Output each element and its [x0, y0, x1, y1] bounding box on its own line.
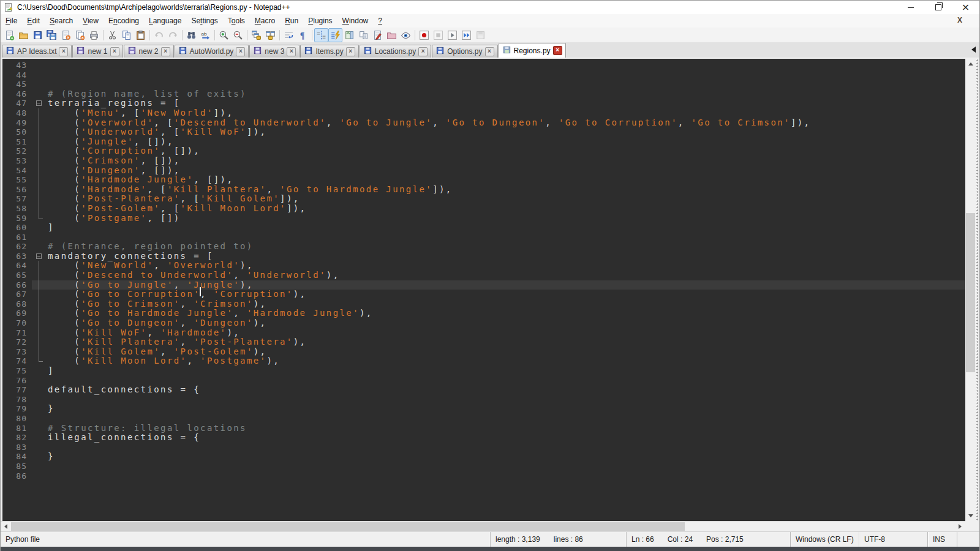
code-text[interactable]: ('Descend to Underworld', 'Underworld'),: [48, 271, 965, 280]
code-text[interactable]: ('Corruption', []),: [48, 146, 965, 156]
tab-close-icon[interactable]: ×: [287, 47, 296, 56]
tab-new-1[interactable]: new 1×: [72, 45, 123, 58]
tab-scroll-left-icon[interactable]: [971, 47, 976, 53]
status-insert-mode[interactable]: INS: [927, 532, 957, 547]
macro-play-icon[interactable]: [445, 28, 459, 42]
tab-ap-ideas-txt[interactable]: AP Ideas.txt×: [2, 45, 72, 58]
code-text[interactable]: }: [48, 404, 965, 414]
document-map-icon[interactable]: [342, 28, 356, 42]
tab-new-2[interactable]: new 2×: [124, 45, 174, 58]
close-window-icon[interactable]: ×: [952, 1, 979, 14]
tab-close-icon[interactable]: ×: [485, 47, 494, 56]
code-text[interactable]: [48, 443, 965, 452]
status-eol-format[interactable]: Windows (CR LF): [790, 532, 859, 547]
code-text[interactable]: ('Post-Golem', ['Kill Moon Lord']),: [48, 204, 965, 214]
monitoring-icon[interactable]: [399, 28, 413, 42]
vertical-scrollbar[interactable]: [965, 59, 976, 521]
code-text[interactable]: [48, 376, 965, 386]
menu-plugins[interactable]: Plugins: [303, 15, 337, 27]
fold-collapse-icon[interactable]: [32, 99, 48, 108]
scroll-left-icon[interactable]: [1, 522, 11, 531]
code-text[interactable]: ('New World', 'Overworld'),: [48, 261, 965, 271]
scroll-right-icon[interactable]: [955, 522, 965, 531]
code-text[interactable]: ]: [48, 366, 965, 376]
folder-workspace-icon[interactable]: [385, 28, 399, 42]
tab-close-icon[interactable]: ×: [553, 46, 562, 55]
code-text[interactable]: [48, 462, 965, 471]
status-encoding[interactable]: UTF-8: [859, 532, 927, 547]
menu-window[interactable]: Window: [337, 15, 374, 27]
code-text[interactable]: ('Underworld', ['Kill WoF']),: [48, 127, 965, 137]
code-text[interactable]: ('Kill Plantera', 'Post-Plantera'),: [48, 337, 965, 347]
code-text[interactable]: # (Entrance, region pointed to): [48, 242, 965, 252]
code-text[interactable]: ('Kill WoF', 'Hardmode'),: [48, 328, 965, 338]
code-text[interactable]: terraria_regions = [: [48, 99, 965, 108]
macro-stop-icon[interactable]: [431, 28, 445, 42]
show-all-characters-icon[interactable]: ¶: [296, 28, 310, 42]
code-text[interactable]: ('Kill Golem', 'Post-Golem'),: [48, 347, 965, 357]
restore-icon[interactable]: [924, 1, 952, 14]
code-text[interactable]: ('Jungle', []),: [48, 137, 965, 147]
macro-save-icon[interactable]: [473, 28, 488, 42]
code-text[interactable]: ('Postgame', []): [48, 214, 965, 223]
tab-close-icon[interactable]: ×: [59, 47, 68, 56]
menu-edit[interactable]: Edit: [22, 15, 45, 27]
scroll-down-icon[interactable]: [965, 511, 976, 521]
macro-record-icon[interactable]: [417, 28, 431, 42]
code-text[interactable]: [48, 70, 965, 80]
minimize-icon[interactable]: [897, 1, 924, 14]
code-text[interactable]: default_connections = {: [48, 385, 965, 395]
vertical-scroll-thumb[interactable]: [966, 213, 975, 372]
title-bar[interactable]: C:\Users\Dood\Documents\tmp\Archipelago\…: [1, 1, 979, 14]
save-icon[interactable]: [31, 28, 45, 42]
undo-icon[interactable]: [152, 28, 166, 42]
new-file-icon[interactable]: [2, 28, 17, 42]
function-list-icon[interactable]: [328, 28, 342, 42]
indent-guide-icon[interactable]: [314, 28, 328, 42]
tab-new-3[interactable]: new 3×: [249, 45, 300, 58]
paste-icon[interactable]: [134, 28, 148, 42]
code-text[interactable]: ('Kill Moon Lord', 'Postgame'),: [48, 356, 965, 366]
redo-icon[interactable]: [166, 28, 180, 42]
vertical-scroll-track[interactable]: [965, 69, 976, 511]
code-text[interactable]: [48, 61, 965, 70]
horizontal-scrollbar[interactable]: [1, 521, 965, 531]
tab-items-py[interactable]: Items.py×: [300, 45, 358, 58]
close-all-icon[interactable]: [73, 28, 87, 42]
menu-encoding[interactable]: Encoding: [104, 15, 144, 27]
menu-help[interactable]: ?: [373, 15, 387, 27]
tab-locations-py[interactable]: Locations.py×: [360, 45, 431, 58]
code-text[interactable]: ('Post-Plantera', ['Kill Golem']),: [48, 194, 965, 204]
open-file-icon[interactable]: [17, 28, 31, 42]
code-text[interactable]: }: [48, 452, 965, 462]
code-text[interactable]: ('Go to Hardmode Jungle', 'Hardmode Jung…: [48, 309, 965, 318]
horizontal-scroll-track[interactable]: [11, 522, 955, 531]
menu-settings[interactable]: Settings: [186, 15, 222, 27]
code-text[interactable]: [48, 414, 965, 424]
code-text[interactable]: ('Menu', ['New World']),: [48, 108, 965, 118]
code-text[interactable]: [48, 395, 965, 405]
find-icon[interactable]: [184, 28, 198, 42]
tab-close-icon[interactable]: ×: [418, 47, 428, 56]
zoom-in-icon[interactable]: [217, 28, 231, 42]
sync-vertical-icon[interactable]: [249, 28, 263, 42]
statusbar-resize-grip[interactable]: [957, 532, 979, 547]
code-area[interactable]: 43444546# (Region name, list of exits)47…: [2, 59, 965, 521]
define-language-icon[interactable]: [371, 28, 385, 42]
code-text[interactable]: [48, 233, 965, 242]
tab-close-icon[interactable]: ×: [161, 47, 170, 56]
code-text[interactable]: illegal_connections = {: [48, 433, 965, 443]
macro-run-multiple-icon[interactable]: [459, 28, 473, 42]
code-text[interactable]: # (Region name, list of exits): [48, 89, 965, 99]
menu-language[interactable]: Language: [144, 15, 186, 27]
code-text[interactable]: ('Dungeon', []),: [48, 166, 965, 176]
print-icon[interactable]: [87, 28, 101, 42]
code-text[interactable]: [48, 471, 965, 481]
window-resize-grip[interactable]: [976, 59, 979, 521]
menu-run[interactable]: Run: [280, 15, 303, 27]
code-text[interactable]: ('Go to Jungle', 'Jungle'),: [48, 280, 965, 290]
zoom-out-icon[interactable]: [231, 28, 245, 42]
copy-icon[interactable]: [119, 28, 134, 42]
menu-tools[interactable]: Tools: [223, 15, 250, 27]
save-all-icon[interactable]: [45, 28, 59, 42]
